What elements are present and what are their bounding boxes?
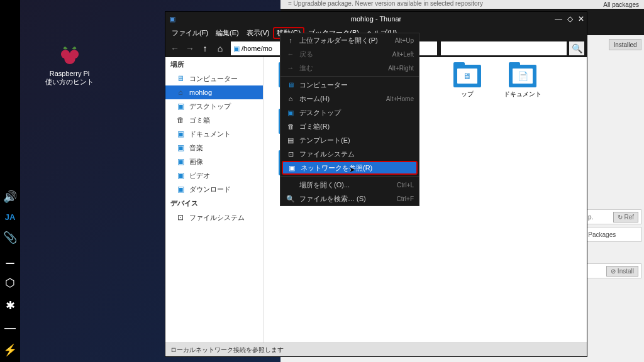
maximize-button[interactable]: ◇ [567,14,573,23]
desktop-shortcut-rpi[interactable]: Raspberry Pi 使い方のヒント [45,42,94,87]
menu-file[interactable]: ファイル(F) [168,27,212,39]
menu-open-parent[interactable]: ↑上位フォルダーを開く(P)Alt+Up [280,33,419,47]
up-button[interactable]: ↑ [198,41,212,55]
menu-computer[interactable]: 🖥コンピューター [280,78,419,92]
svg-point-2 [70,50,79,58]
sidebar-item-music[interactable]: ▣音楽 [165,141,263,155]
clip-icon[interactable]: 📎 [3,231,17,244]
sidebar-item-downloads[interactable]: ▣ダウンロード [165,182,263,196]
menu-filesystem[interactable]: ⊡ファイルシステム [280,147,419,161]
search-button[interactable]: 🔍 [569,41,584,55]
devices-header: デバイス [165,196,263,211]
home-button[interactable]: ⌂ [213,41,227,55]
back-button[interactable]: ← [168,41,182,55]
cursor-icon: ➤ [349,165,355,174]
bg-right-panel: r p.↻ Ref " Packages ⊘ Install [581,209,641,281]
power-icon[interactable]: ⚡ [3,343,17,357]
ime-indicator[interactable]: JA [5,212,16,222]
computer-icon: 🖥 [175,74,186,84]
bg-row: " Packages [581,227,641,242]
sidebar-item-mohlog[interactable]: ⌂mohlog [165,85,263,99]
menu-open-location[interactable]: 場所を開く(O)...Ctrl+L [280,178,419,192]
disk-icon: ⊡ [175,212,186,222]
back-icon: ← [286,50,296,58]
folder-icon: ▣ [175,129,186,139]
network-icon: ▣ [287,164,297,172]
forward-icon: → [286,64,296,72]
line-icon[interactable]: — [4,321,16,334]
folder-icon: ▣ [175,184,186,194]
svg-point-1 [61,50,70,58]
sidebar-item-computer[interactable]: 🖥コンピューター [165,72,263,85]
menu-templates[interactable]: ▤テンプレート(E) [280,133,419,147]
file-item[interactable]: 🖥ップ [446,65,489,99]
computer-icon: 🖥 [286,81,296,89]
sidebar-item-documents[interactable]: ▣ドキュメント [165,127,263,141]
sidebar-item-videos[interactable]: ▣ビデオ [165,168,263,182]
bluetooth-icon[interactable]: ✱ [6,299,15,312]
system-tray: 🔊 JA 📎 ⚊ ⬡ ✱ — ⚡ [0,0,20,362]
search-icon: 🔍 [286,195,296,203]
minimize-button[interactable]: — [555,14,562,23]
wifi-icon[interactable]: ⚊ [5,253,15,267]
places-header: 場所 [165,57,263,72]
bg-label: All packages [603,1,639,8]
folder-icon: ▣ [286,109,296,117]
up-icon: ↑ [286,36,296,44]
search-input[interactable] [441,41,567,55]
refresh-button[interactable]: ↻ Ref [613,212,638,222]
close-button[interactable]: ✕ [578,14,584,23]
templates-icon: ▤ [286,136,296,145]
go-menu-dropdown: ↑上位フォルダーを開く(P)Alt+Up ←戻るAlt+Left →進むAlt+… [280,33,419,206]
trash-icon: 🗑 [286,123,296,130]
menu-search-files[interactable]: 🔍ファイルを検索… (S)Ctrl+F [280,192,419,206]
home-icon: ⌂ [286,95,296,102]
home-icon: ⌂ [175,87,186,97]
menu-trash[interactable]: 🗑ゴミ箱(R) [280,119,419,133]
volume-icon[interactable]: 🔊 [3,190,17,204]
folder-icon: ▣ [175,101,186,111]
menu-home[interactable]: ⌂ホーム(H)Alt+Home [280,92,419,106]
file-item[interactable]: 📄ドキュメント [501,65,544,99]
menu-edit[interactable]: 編集(E) [212,27,243,39]
sidebar-item-desktop[interactable]: ▣デスクトップ [165,99,263,113]
titlebar[interactable]: ▣ mohlog - Thunar — ◇ ✕ [165,12,587,26]
bg-row: r p.↻ Ref [581,209,641,224]
separator [280,176,419,177]
package-icon[interactable]: ⬡ [5,276,15,290]
folder-icon: ▣ [175,156,186,167]
app-icon: ▣ [169,15,175,23]
separator [280,76,419,77]
sidebar-item-filesystem[interactable]: ⊡ファイルシステム [165,211,263,224]
bg-installed-tab[interactable]: Installed [609,39,641,50]
desktop-label: Raspberry Pi [45,70,94,77]
sidebar-item-trash[interactable]: 🗑ゴミ箱 [165,113,263,127]
install-button[interactable]: ⊘ Install [606,266,638,277]
menu-back: ←戻るAlt+Left [280,47,419,61]
disk-icon: ⊡ [286,150,296,158]
folder-icon: ▣ [175,143,186,153]
desktop-label: 使い方のヒント [45,77,94,87]
trash-icon: 🗑 [175,115,186,125]
menu-desktop[interactable]: ▣デスクトップ [280,106,419,119]
menu-forward: →進むAlt+Right [280,61,419,75]
window-title: mohlog - Thunar [351,15,402,23]
sidebar-item-pictures[interactable]: ▣画像 [165,155,263,168]
bg-text: = Upgradable package. Newer version avai… [280,0,644,9]
bg-row: ⊘ Install [581,263,641,278]
menu-view[interactable]: 表示(V) [243,27,274,39]
forward-button[interactable]: → [183,41,197,55]
folder-icon: ▣ [175,170,186,180]
statusbar: ローカルネットワーク接続を参照します [165,343,587,356]
sidebar: 場所 🖥コンピューター ⌂mohlog ▣デスクトップ 🗑ゴミ箱 ▣ドキュメント… [165,57,264,343]
